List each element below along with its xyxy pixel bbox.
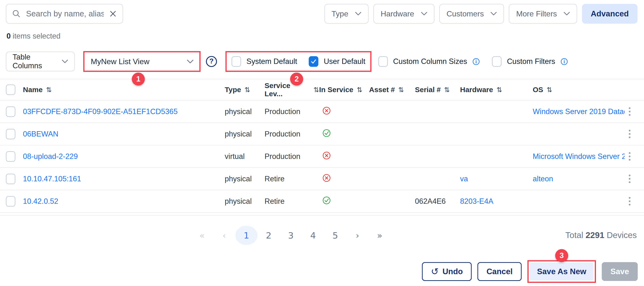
kebab-menu-icon[interactable]	[625, 127, 634, 141]
sort-icon[interactable]: ⇅	[444, 86, 450, 94]
option-custom-filters[interactable]: Custom Filters	[492, 56, 568, 67]
hardware-link[interactable]: va	[460, 175, 468, 183]
column-header-label: Serial #	[415, 86, 441, 94]
device-name-link[interactable]: 10.42.0.52	[23, 197, 58, 206]
column-header-type[interactable]: Type⇅	[225, 86, 264, 94]
in-service-cell	[319, 196, 369, 207]
column-header-name[interactable]: Name⇅	[23, 86, 225, 94]
sort-icon[interactable]: ⇅	[46, 86, 52, 94]
sort-icon[interactable]: ⇅	[314, 86, 319, 94]
filter-dropdown-more-filters[interactable]: More Filters	[509, 4, 577, 24]
os-link[interactable]: alteon	[533, 175, 553, 183]
column-header-label: In Service	[319, 86, 354, 94]
pagination-next-icon[interactable]: ›	[346, 226, 368, 245]
column-header-label: Hardware	[460, 86, 493, 94]
table-row: 06BEWANphysicalProduction	[0, 123, 644, 145]
type-cell: physical	[225, 107, 264, 116]
pagination-page-4[interactable]: 4	[302, 226, 324, 245]
service-level-cell: Production	[264, 107, 319, 116]
kebab-menu-icon[interactable]	[625, 195, 634, 208]
row-checkbox[interactable]	[6, 129, 16, 139]
svg-text:?: ?	[209, 57, 214, 65]
pagination-page-2[interactable]: 2	[258, 226, 280, 245]
device-name-link[interactable]: 03FFCDFE-873D-4F09-902E-A51EF1CD5365	[23, 107, 178, 116]
total-count: 2291	[586, 230, 604, 240]
column-header-serial[interactable]: Serial #⇅	[415, 86, 460, 94]
default-options-group: System DefaultUser Default 2	[226, 51, 372, 72]
table-bottom-divider	[0, 215, 644, 216]
device-name-link[interactable]: 10.10.47.105:161	[23, 175, 81, 183]
pagination-first-icon[interactable]: «	[191, 226, 213, 245]
help-icon[interactable]: ?	[206, 55, 218, 67]
column-header-os[interactable]: OS⇅	[533, 86, 625, 94]
list-view-select[interactable]: MyNew List View 1	[83, 51, 200, 72]
type-cell: physical	[225, 130, 264, 138]
row-checkbox[interactable]	[6, 106, 16, 117]
in-service-cell	[319, 173, 369, 185]
row-checkbox[interactable]	[6, 174, 16, 184]
sort-icon[interactable]: ⇅	[496, 86, 502, 94]
row-actions-cell	[625, 172, 638, 186]
view-toolbar: Table Columns MyNew List View 1 ? System…	[6, 51, 568, 72]
device-name-link[interactable]: 08-upload-2-229	[23, 152, 78, 161]
hardware-link[interactable]: 8203-E4A	[460, 197, 494, 206]
pagination-page-1[interactable]: 1	[235, 226, 258, 245]
sort-icon[interactable]: ⇅	[244, 86, 250, 94]
checkbox-unchecked[interactable]	[378, 56, 388, 67]
row-checkbox[interactable]	[6, 196, 16, 207]
info-icon[interactable]	[560, 58, 568, 65]
column-header-in_service[interactable]: In Service⇅	[319, 86, 369, 94]
kebab-menu-icon[interactable]	[625, 172, 634, 186]
kebab-menu-icon[interactable]	[625, 105, 634, 118]
sort-icon[interactable]: ⇅	[546, 86, 552, 94]
advanced-filters-button[interactable]: Advanced	[582, 4, 638, 24]
pagination-prev-icon[interactable]: ‹	[213, 226, 235, 245]
row-actions-cell	[625, 195, 638, 208]
cancel-button[interactable]: Cancel	[478, 262, 522, 281]
check-icon	[310, 58, 317, 65]
pagination-last-icon[interactable]: »	[368, 226, 391, 245]
table-columns-dropdown[interactable]: Table Columns	[6, 52, 75, 71]
checkbox-checked[interactable]	[309, 56, 318, 67]
os-cell: Microsoft Windows Server 200	[533, 152, 625, 161]
in-service-yes-icon	[322, 129, 331, 138]
hardware-cell: va	[460, 175, 533, 183]
column-header-hardware[interactable]: Hardware⇅	[460, 86, 533, 94]
info-icon[interactable]	[472, 58, 480, 65]
os-link[interactable]: Windows Server 2019 Datacent	[533, 107, 625, 116]
device-name-link[interactable]: 06BEWAN	[23, 130, 58, 138]
row-checkbox[interactable]	[6, 151, 16, 162]
filter-dropdown-hardware[interactable]: Hardware	[374, 4, 434, 24]
checkbox-unchecked[interactable]	[492, 56, 502, 67]
row-checkbox-cell	[6, 129, 23, 139]
undo-button[interactable]: ↺ Undo	[422, 262, 472, 281]
filter-dropdown-type[interactable]: Type	[324, 4, 368, 24]
save-as-new-button[interactable]: Save As New	[530, 263, 594, 281]
in-service-cell	[319, 106, 369, 117]
pagination-page-5[interactable]: 5	[324, 226, 346, 245]
name-cell: 08-upload-2-229	[23, 152, 225, 161]
column-header-service_level[interactable]: Service Lev...⇅	[264, 81, 319, 98]
in-service-cell	[319, 151, 369, 162]
row-checkbox-cell	[6, 106, 23, 117]
filter-dropdown-customers[interactable]: Customers	[439, 4, 504, 24]
os-link[interactable]: Microsoft Windows Server 200	[533, 152, 625, 161]
pagination-page-3[interactable]: 3	[280, 226, 302, 245]
option-user-default[interactable]: User Default	[309, 56, 365, 67]
option-system-default[interactable]: System Default	[232, 56, 297, 67]
chevron-down-icon	[490, 12, 497, 16]
filter-dropdown-label: Hardware	[381, 9, 414, 18]
search-input[interactable]	[26, 9, 104, 18]
kebab-menu-icon[interactable]	[625, 150, 634, 163]
clear-search-icon[interactable]	[109, 10, 117, 17]
select-all-checkbox[interactable]	[6, 84, 16, 95]
sort-icon[interactable]: ⇅	[357, 86, 362, 94]
search-box[interactable]	[6, 4, 123, 24]
row-actions-cell	[625, 150, 638, 163]
checkbox-unchecked[interactable]	[232, 56, 241, 67]
option-custom-column-sizes[interactable]: Custom Column Sizes	[378, 56, 480, 67]
sort-icon[interactable]: ⇅	[398, 86, 404, 94]
column-header-asset[interactable]: Asset #⇅	[369, 86, 415, 94]
hardware-cell: 8203-E4A	[460, 197, 533, 206]
chevron-down-icon	[564, 12, 570, 16]
